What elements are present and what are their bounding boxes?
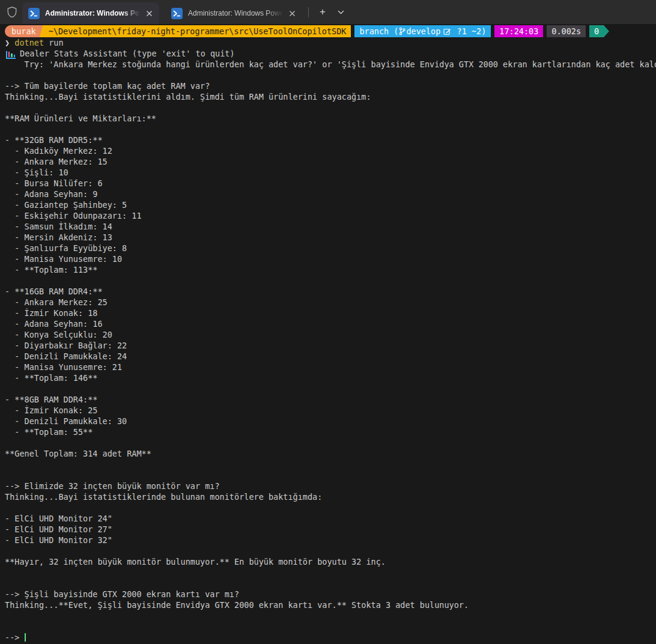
output-line: - Şişli: 10 — [5, 167, 656, 178]
output-line: - Manisa Yunusemre: 21 — [5, 362, 656, 372]
prompt-time-segment: 17:24:03 — [494, 25, 543, 37]
text-cursor — [25, 633, 26, 642]
command-args: run — [44, 38, 64, 47]
app-title: Dealer Stats Assistant (type 'exit' to q… — [20, 49, 235, 58]
output-line: Thinking...**Evet, Şişli bayisinde Envid… — [5, 600, 656, 610]
powerline-arrow-icon — [604, 25, 609, 37]
output-line: - **Toplam: 55** — [5, 427, 656, 437]
app-title-line: Dealer Stats Assistant (type 'exit' to q… — [5, 48, 656, 59]
command-program: dotnet — [14, 38, 44, 47]
tab-title: Administrator: Windows PowerShell — [45, 9, 140, 17]
prompt-line: burak ~\Development\friday-night-program… — [5, 25, 656, 37]
output-line: - Adana Seyhan: 9 — [5, 189, 656, 199]
bar-chart-icon — [6, 51, 16, 59]
app-hint-line: Try: 'Ankara Merkez stoğunda hangi ürünl… — [5, 59, 656, 70]
output-line — [5, 621, 656, 632]
output-line: - ElCi UHD Monitor 27" — [5, 524, 656, 535]
git-branch-icon — [399, 27, 405, 35]
output-line: - Ankara Merkez: 15 — [5, 156, 656, 167]
output-line: - Manisa Yunusemre: 10 — [5, 254, 656, 264]
output-line: - ElCi UHD Monitor 32" — [5, 535, 656, 545]
tab-powershell-1[interactable]: Administrator: Windows PowerShell — [22, 2, 159, 24]
output-line — [5, 610, 656, 621]
powershell-icon — [171, 8, 183, 19]
output-line: **Genel Toplam: 314 adet RAM** — [5, 448, 656, 459]
output-line: - Konya Selçuklu: 20 — [5, 329, 656, 340]
git-branch-name: develop — [406, 25, 440, 37]
prompt-exitcode-segment: 0 — [589, 25, 604, 37]
prompt-git-segment: branch ( develop ?1 ~2) — [354, 25, 491, 37]
prompt-user-segment: burak — [5, 25, 38, 37]
titlebar: Administrator: Windows PowerShell Admini… — [0, 0, 656, 24]
git-edit-icon — [443, 28, 451, 35]
output-line: --> Tüm bayilerde toplam kaç adet RAM va… — [5, 80, 656, 91]
output-line — [5, 124, 656, 135]
output-line — [5, 567, 656, 578]
output-line: - Diyarbakır Bağlar: 22 — [5, 340, 656, 351]
output-line: **Hayır, 32 inçten büyük monitör bulunmu… — [5, 556, 656, 567]
output-line: - Ankara Merkez: 25 — [5, 297, 656, 308]
output-line: - İzmir Konak: 25 — [5, 405, 656, 416]
output-line: - **Toplam: 113** — [5, 264, 656, 275]
output-line: Thinking...Bayi istatistiklerini aldım. … — [5, 91, 656, 102]
admin-shield-icon — [7, 6, 17, 18]
close-tab-icon[interactable] — [285, 7, 299, 20]
input-line[interactable]: --> — [5, 632, 656, 643]
git-label: branch ( — [359, 25, 398, 37]
terminal-window: Administrator: Windows PowerShell Admini… — [0, 0, 656, 644]
prompt-path-segment: ~\Development\friday-night-programmer\sr… — [44, 25, 351, 37]
command-line: ❯ dotnet run — [5, 37, 656, 48]
output-line — [5, 437, 656, 448]
output-line: - **8GB RAM DDR4:** — [5, 394, 656, 405]
output-line: --> Şişli bayisinde GTX 2000 ekran kartı… — [5, 589, 656, 600]
output-line: - Denizli Pamukkale: 24 — [5, 351, 656, 362]
output-line: - Mersin Akdeniz: 13 — [5, 232, 656, 243]
output-line: - Samsun İlkadım: 14 — [5, 221, 656, 232]
output-line — [5, 102, 656, 113]
output-line: - Bursa Nilüfer: 6 — [5, 178, 656, 189]
output-line: Thinking...Bayi istatistiklerinde buluna… — [5, 491, 656, 502]
output-line: - **Toplam: 146** — [5, 372, 656, 383]
output-line: - İzmir Konak: 18 — [5, 308, 656, 318]
output-line: - Şanlıurfa Eyyübiye: 8 — [5, 243, 656, 254]
output-line — [5, 459, 656, 470]
output-line — [5, 545, 656, 556]
git-status: ?1 ~2) — [452, 25, 486, 37]
new-tab-button[interactable]: + — [314, 3, 332, 21]
output-line — [5, 470, 656, 481]
output-line: - Gaziantep Şahinbey: 5 — [5, 199, 656, 210]
output-line: - Denizli Pamukkale: 30 — [5, 416, 656, 427]
tab-title: Administrator: Windows PowerShell — [188, 9, 283, 17]
terminal-output: --> Tüm bayilerde toplam kaç adet RAM va… — [5, 70, 656, 632]
tab-separator — [308, 7, 309, 17]
output-line: - **16GB RAM DDR4:** — [5, 286, 656, 297]
close-tab-icon[interactable] — [142, 7, 156, 20]
prompt-caret: ❯ — [5, 38, 14, 47]
output-line: - Adana Seyhan: 16 — [5, 318, 656, 329]
output-line: - Kadıköy Merkez: 12 — [5, 145, 656, 156]
prompt-duration-segment: 0.002s — [547, 25, 586, 37]
output-line: - **32GB RAM DDR5:** — [5, 135, 656, 145]
output-line: - ElCi UHD Monitor 24" — [5, 513, 656, 524]
output-line — [5, 275, 656, 286]
output-line: - Eskişehir Odunpazarı: 11 — [5, 210, 656, 221]
terminal-screen[interactable]: burak ~\Development\friday-night-program… — [0, 24, 656, 644]
output-line — [5, 502, 656, 513]
output-line — [5, 70, 656, 80]
output-line: --> Elimizde 32 inçten büyük monitör var… — [5, 481, 656, 491]
output-line — [5, 578, 656, 589]
output-line: **RAM Ürünleri ve Miktarları:** — [5, 113, 656, 124]
tab-powershell-2[interactable]: Administrator: Windows PowerShell — [165, 2, 302, 24]
powershell-icon — [28, 8, 40, 19]
segment-divider — [38, 25, 44, 37]
output-line — [5, 383, 656, 394]
tab-dropdown-button[interactable] — [332, 3, 350, 21]
input-prompt: --> — [5, 633, 25, 642]
